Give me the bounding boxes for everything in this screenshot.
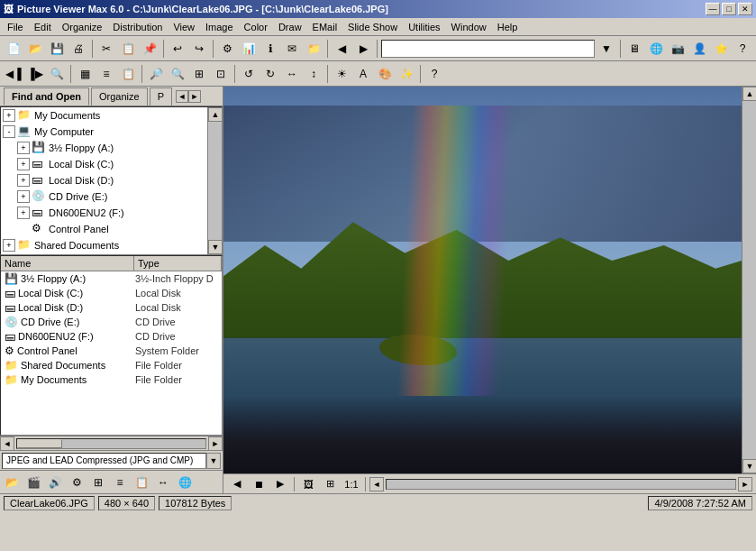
tb-new-button[interactable]: 📄 — [4, 39, 23, 59]
tb-help-button[interactable]: ? — [733, 39, 752, 59]
tb-undo-button[interactable]: ↩ — [168, 39, 187, 59]
tree-scroll-down[interactable]: ▼ — [208, 240, 223, 254]
rt-prev-button[interactable]: ◀ — [227, 476, 247, 492]
hscroll-left-button[interactable]: ◄ — [0, 436, 14, 451]
hscroll-track[interactable] — [16, 438, 206, 449]
bhs-track[interactable] — [386, 479, 736, 490]
tb-copy-button[interactable]: 📋 — [118, 39, 138, 59]
right-scroll-down[interactable]: ▼ — [742, 459, 756, 473]
tb2-actual-button[interactable]: ⊡ — [211, 64, 231, 84]
btb-details2-button[interactable]: 📋 — [132, 473, 151, 492]
bhs-right-button[interactable]: ► — [738, 477, 752, 491]
menu-file[interactable]: File — [2, 20, 29, 34]
right-scroll-up[interactable]: ▲ — [742, 87, 756, 101]
tb2-flipv-button[interactable]: ↕ — [304, 64, 323, 84]
tb2-color-button[interactable]: 🎨 — [375, 64, 395, 84]
tree-scrollbar[interactable]: ▲ ▼ — [207, 107, 222, 254]
btb-video-button[interactable]: 🎬 — [23, 473, 43, 492]
maximize-button[interactable]: □ — [722, 3, 736, 15]
tb2-bright-button[interactable]: ☀ — [332, 64, 351, 84]
tb2-next-button[interactable]: ▐▶ — [25, 64, 45, 84]
tree-item-mydocs[interactable]: + 📁 My Documents — [1, 107, 207, 124]
rt-actual-button[interactable]: 1:1 — [342, 476, 361, 492]
tb-net-button[interactable]: 🌐 — [646, 39, 666, 59]
hscroll-right-button[interactable]: ► — [208, 436, 223, 451]
menu-email[interactable]: EMail — [307, 20, 343, 34]
tree-expand-shareddocs[interactable]: + — [3, 239, 15, 252]
address-input[interactable] — [381, 40, 595, 58]
tb-print-button[interactable]: 🖨 — [68, 39, 88, 59]
tab-prev-button[interactable]: ◄ — [176, 90, 188, 103]
tree-item-mycomputer[interactable]: - 💻 My Computer — [1, 124, 207, 140]
tree-expand-floppy[interactable]: + — [17, 142, 30, 154]
tree-item-cdrive[interactable]: + 🖴 Local Disk (C:) — [1, 156, 207, 172]
menu-edit[interactable]: Edit — [29, 20, 57, 34]
tab-next-button[interactable]: ► — [188, 90, 201, 103]
tree-item-cdrom[interactable]: + 💿 CD Drive (E:) — [1, 188, 207, 205]
tree-item-bobcarson[interactable]: + 📁 Bob Carson's Documents — [1, 253, 207, 254]
menu-draw[interactable]: Draw — [273, 20, 307, 34]
btb-list2-button[interactable]: ≡ — [110, 473, 130, 492]
menu-view[interactable]: View — [168, 20, 200, 34]
list-item-mydocs[interactable]: 📁My Documents File Folder — [1, 372, 222, 387]
list-item-fdrive[interactable]: 🖴DN600ENU2 (F:) CD Drive — [1, 329, 222, 344]
tree-expand-fdrive[interactable]: + — [17, 207, 30, 219]
tb-back-button[interactable]: ◀ — [332, 39, 351, 59]
tb2-thumb-button[interactable]: ▦ — [75, 64, 95, 84]
btb-share-button[interactable]: ↔ — [153, 473, 173, 492]
menu-distribution[interactable]: Distribution — [107, 20, 168, 34]
tb-props-button[interactable]: 📊 — [239, 39, 259, 59]
tb2-help2-button[interactable]: ? — [424, 64, 444, 84]
tb2-zoomout-button[interactable]: 🔍 — [168, 64, 187, 84]
list-item-shareddocs[interactable]: 📁Shared Documents File Folder — [1, 358, 222, 372]
menu-organize[interactable]: Organize — [57, 20, 108, 34]
tree-expand-mycomputer[interactable]: - — [3, 125, 15, 138]
tab-organize[interactable]: Organize — [91, 87, 148, 106]
tree-expand-cdrom[interactable]: + — [17, 190, 30, 203]
tree-item-fdrive[interactable]: + 🖴 DN600ENU2 (F:) — [1, 205, 207, 221]
tb-cam-button[interactable]: 📷 — [668, 39, 688, 59]
tb-settings-button[interactable]: ⚙ — [217, 39, 237, 59]
rt-fit-button[interactable]: ⊞ — [320, 476, 340, 492]
tb2-prev-button[interactable]: ◀▐ — [4, 64, 23, 84]
tb-screen-button[interactable]: 🖥 — [624, 39, 644, 59]
tb2-rotr-button[interactable]: ↻ — [260, 64, 280, 84]
tb2-fliph-button[interactable]: ↔ — [282, 64, 302, 84]
col-header-name[interactable]: Name — [1, 256, 134, 271]
tb-paste-button[interactable]: 📌 — [140, 39, 159, 59]
menu-slideshow[interactable]: Slide Show — [342, 20, 403, 34]
tree-expand-cdrive[interactable]: + — [17, 158, 30, 170]
tb2-details-button[interactable]: 📋 — [118, 64, 138, 84]
tb2-effect-button[interactable]: ✨ — [396, 64, 416, 84]
hscroll-thumb[interactable] — [17, 439, 62, 448]
tb2-zoomin-button[interactable]: 🔎 — [146, 64, 166, 84]
tb-open-button[interactable]: 📂 — [25, 39, 45, 59]
tb2-text-button[interactable]: A — [353, 64, 373, 84]
tree-item-shareddocs[interactable]: + 📁 Shared Documents — [1, 237, 207, 253]
btb-open-button[interactable]: 📂 — [2, 473, 22, 492]
tb-cut-button[interactable]: ✂ — [96, 39, 116, 59]
tb2-list-button[interactable]: ≡ — [96, 64, 116, 84]
menu-image[interactable]: Image — [200, 20, 239, 34]
tb2-rotl-button[interactable]: ↺ — [239, 64, 259, 84]
close-button[interactable]: ✕ — [738, 3, 752, 15]
tree-scroll-up[interactable]: ▲ — [208, 107, 223, 122]
address-go-button[interactable]: ▼ — [597, 39, 616, 59]
menu-color[interactable]: Color — [239, 20, 273, 34]
tb2-fit-button[interactable]: ⊞ — [189, 64, 209, 84]
list-item-ddrive[interactable]: 🖴Local Disk (D:) Local Disk — [1, 300, 222, 315]
rt-thumb-button[interactable]: 🖼 — [298, 476, 318, 492]
tab-find-open[interactable]: Find and Open — [4, 87, 89, 106]
minimize-button[interactable]: — — [706, 3, 720, 15]
tab-p[interactable]: P — [150, 87, 172, 106]
tb-forward-button[interactable]: ▶ — [353, 39, 373, 59]
tb-star-button[interactable]: ⭐ — [711, 39, 731, 59]
tree-item-controlpanel[interactable]: + ⚙ Control Panel — [1, 221, 207, 237]
menu-utilities[interactable]: Utilities — [403, 20, 445, 34]
menu-window[interactable]: Window — [446, 20, 492, 34]
btb-settings2-button[interactable]: ⚙ — [67, 473, 87, 492]
tb-mail-button[interactable]: ✉ — [282, 39, 302, 59]
btb-audio-button[interactable]: 🔊 — [45, 473, 65, 492]
btb-grid-button[interactable]: ⊞ — [88, 473, 108, 492]
tb-folder-button[interactable]: 📁 — [304, 39, 323, 59]
